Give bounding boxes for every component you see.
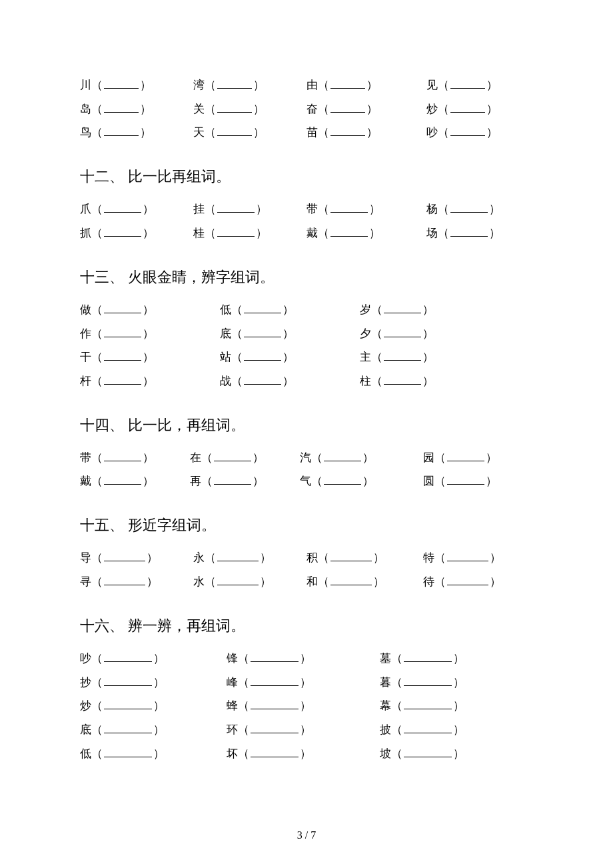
exercise-item: 坡（）: [380, 742, 526, 766]
fill-blank[interactable]: [104, 650, 152, 662]
exercise-item: 峰（）: [227, 671, 380, 695]
fill-blank[interactable]: [450, 201, 488, 213]
character: 战: [220, 375, 231, 387]
exercise-item: 锋（）: [227, 647, 380, 671]
character: 抓: [80, 227, 91, 239]
fill-blank[interactable]: [104, 225, 141, 237]
fill-blank[interactable]: [104, 124, 139, 136]
section-heading: 十五、 形近字组词。: [80, 513, 533, 537]
fill-blank[interactable]: [217, 201, 255, 213]
fill-blank[interactable]: [104, 573, 145, 585]
exercise-row: 抄（）峰（）暮（）: [80, 671, 533, 695]
fill-blank[interactable]: [251, 745, 299, 757]
fill-blank[interactable]: [404, 674, 452, 686]
fill-blank[interactable]: [447, 473, 484, 485]
exercise-item: 夕（）: [360, 322, 500, 346]
fill-blank[interactable]: [104, 201, 141, 213]
fill-blank[interactable]: [217, 549, 259, 561]
fill-blank[interactable]: [251, 674, 299, 686]
character: 岁: [360, 303, 371, 316]
fill-blank[interactable]: [324, 449, 361, 461]
fill-blank[interactable]: [104, 449, 141, 461]
character: 蜂: [227, 699, 238, 712]
fill-blank[interactable]: [447, 449, 484, 461]
fill-blank[interactable]: [447, 573, 488, 585]
character: 杨: [426, 203, 438, 215]
worksheet-page: 川（）湾（）由（）见（）岛（）关（）奋（）炒（）鸟（）天（）苗（）吵（）十二、 …: [0, 0, 613, 792]
fill-blank[interactable]: [104, 697, 152, 709]
fill-blank[interactable]: [384, 301, 421, 313]
character: 戴: [306, 227, 318, 239]
section-heading: 十四、 比一比，再组词。: [80, 413, 533, 437]
character: 由: [306, 79, 318, 91]
fill-blank[interactable]: [104, 674, 152, 686]
fill-blank[interactable]: [244, 373, 281, 385]
exercise-row: 干（）站（）主（）: [80, 345, 533, 369]
section-heading: 十三、 火眼金睛，辨字组词。: [80, 265, 533, 289]
exercise-row: 底（）环（）披（）: [80, 718, 533, 742]
fill-blank[interactable]: [251, 650, 299, 662]
fill-blank[interactable]: [450, 101, 485, 113]
fill-blank[interactable]: [404, 697, 452, 709]
fill-blank[interactable]: [104, 473, 141, 485]
fill-blank[interactable]: [244, 301, 281, 313]
fill-blank[interactable]: [104, 745, 152, 757]
fill-blank[interactable]: [384, 325, 421, 337]
fill-blank[interactable]: [404, 721, 452, 733]
fill-blank[interactable]: [251, 697, 299, 709]
fill-blank[interactable]: [450, 124, 485, 136]
exercise-item: 爪（）: [80, 197, 193, 221]
exercise-item: 幕（）: [380, 694, 526, 718]
exercise-item: 鸟（）: [80, 121, 193, 145]
fill-blank[interactable]: [217, 77, 252, 89]
fill-blank[interactable]: [214, 473, 251, 485]
fill-blank[interactable]: [384, 373, 421, 385]
fill-blank[interactable]: [104, 325, 141, 337]
fill-blank[interactable]: [104, 549, 145, 561]
fill-blank[interactable]: [214, 449, 251, 461]
fill-blank[interactable]: [404, 745, 452, 757]
exercise-row: 作（）底（）夕（）: [80, 322, 533, 346]
character: 关: [193, 103, 205, 115]
fill-blank[interactable]: [217, 101, 252, 113]
fill-blank[interactable]: [330, 573, 372, 585]
fill-blank[interactable]: [104, 101, 139, 113]
exercise-item: 吵（）: [426, 121, 540, 145]
fill-blank[interactable]: [217, 573, 259, 585]
fill-blank[interactable]: [330, 101, 365, 113]
fill-blank[interactable]: [251, 721, 299, 733]
fill-blank[interactable]: [104, 349, 141, 361]
exercise-item: 底（）: [80, 718, 227, 742]
character: 川: [80, 79, 91, 91]
exercise-item: 特（）: [423, 546, 536, 570]
fill-blank[interactable]: [404, 650, 452, 662]
fill-blank[interactable]: [244, 349, 281, 361]
fill-blank[interactable]: [104, 77, 139, 89]
exercise-item: 再（）: [190, 469, 300, 493]
character: 见: [426, 79, 438, 91]
fill-blank[interactable]: [217, 225, 255, 237]
exercise-item: 桂（）: [193, 221, 306, 245]
character: 带: [80, 451, 91, 464]
exercise-row: 抓（）桂（）戴（）场（）: [80, 221, 533, 245]
fill-blank[interactable]: [330, 77, 365, 89]
fill-blank[interactable]: [384, 349, 421, 361]
fill-blank[interactable]: [104, 301, 141, 313]
character: 锋: [227, 652, 238, 665]
exercise-item: 干（）: [80, 345, 220, 369]
character: 幕: [380, 699, 391, 712]
character: 天: [193, 126, 205, 139]
fill-blank[interactable]: [330, 225, 368, 237]
fill-blank[interactable]: [244, 325, 281, 337]
exercise-row: 爪（）挂（）带（）杨（）: [80, 197, 533, 221]
fill-blank[interactable]: [330, 201, 368, 213]
fill-blank[interactable]: [330, 124, 365, 136]
fill-blank[interactable]: [330, 549, 372, 561]
fill-blank[interactable]: [324, 473, 361, 485]
fill-blank[interactable]: [447, 549, 488, 561]
fill-blank[interactable]: [450, 77, 485, 89]
fill-blank[interactable]: [217, 124, 252, 136]
fill-blank[interactable]: [104, 721, 152, 733]
fill-blank[interactable]: [104, 373, 141, 385]
fill-blank[interactable]: [450, 225, 488, 237]
